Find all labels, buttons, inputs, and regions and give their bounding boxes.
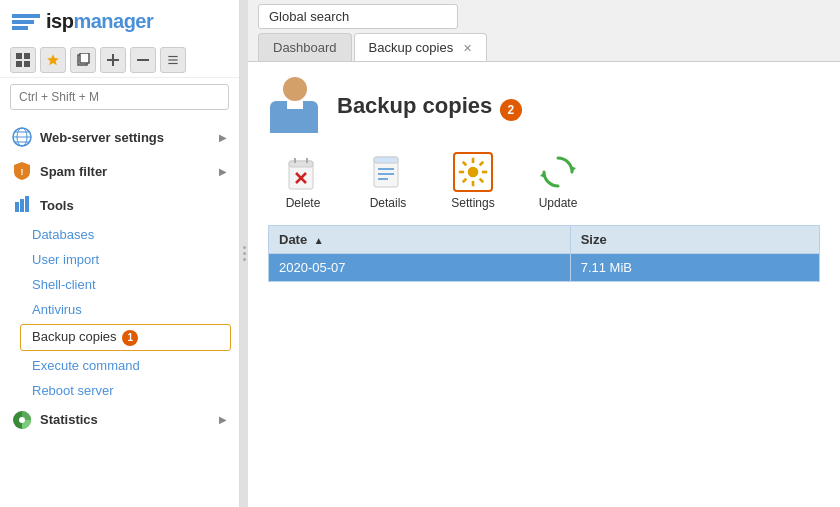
svg-point-35 (468, 167, 479, 178)
settings-button[interactable]: Settings (438, 152, 508, 210)
webserver-arrow: ▶ (219, 132, 227, 143)
svg-rect-31 (374, 157, 398, 163)
svg-rect-6 (80, 53, 89, 63)
svg-rect-21 (25, 196, 29, 212)
delete-button[interactable]: Delete (268, 152, 338, 210)
toolbar-grid-btn[interactable] (10, 47, 36, 73)
delete-label: Delete (286, 196, 321, 210)
svg-rect-25 (289, 161, 313, 167)
sidebar-search-box (10, 84, 229, 110)
tab-close-icon[interactable]: ✕ (463, 42, 472, 54)
update-icon (538, 152, 578, 192)
sidebar: ispmanager (0, 0, 240, 507)
sidebar-item-webserver[interactable]: Web-server settings ▶ (0, 120, 239, 154)
global-search-input[interactable] (258, 4, 458, 29)
page-title-wrapper: Backup copies 2 (337, 93, 522, 121)
svg-rect-3 (24, 61, 30, 67)
statistics-label: Statistics (40, 412, 98, 427)
sidebar-item-userimport[interactable]: User import (20, 247, 239, 272)
logo-text: ispmanager (46, 10, 153, 33)
logo: ispmanager (0, 0, 239, 43)
cell-size: 7.11 MiB (570, 254, 819, 282)
sidebar-divider[interactable] (240, 0, 248, 507)
tab-dashboard[interactable]: Dashboard (258, 33, 352, 61)
webserver-icon (12, 127, 32, 147)
settings-label: Settings (451, 196, 494, 210)
statistics-icon (12, 410, 32, 430)
svg-rect-8 (107, 59, 119, 61)
spamfilter-arrow: ▶ (219, 166, 227, 177)
sidebar-item-backupcopies[interactable]: Backup copies 1 (20, 324, 231, 351)
spamfilter-icon: ! (12, 161, 32, 181)
divider-dots (243, 246, 246, 261)
svg-line-41 (480, 179, 484, 183)
sidebar-item-rebootserver[interactable]: Reboot server (20, 378, 239, 403)
sidebar-item-shellclient[interactable]: Shell-client (20, 272, 239, 297)
webserver-label: Web-server settings (40, 130, 164, 145)
sidebar-item-antivirus[interactable]: Antivirus (20, 297, 239, 322)
toolbar-star-btn[interactable] (40, 47, 66, 73)
details-button[interactable]: Details (353, 152, 423, 210)
details-icon (368, 152, 408, 192)
statistics-arrow: ▶ (219, 414, 227, 425)
sidebar-item-tools[interactable]: Tools (0, 188, 239, 222)
settings-icon (453, 152, 493, 192)
svg-line-43 (463, 179, 467, 183)
toolbar-remove-btn[interactable] (130, 47, 156, 73)
svg-rect-2 (16, 61, 22, 67)
col-size-label: Size (581, 232, 607, 247)
details-label: Details (370, 196, 407, 210)
nav-section: Web-server settings ▶ ! Spam filter ▶ (0, 116, 239, 441)
page-title: Backup copies (337, 93, 492, 118)
backup-table: Date ▲ Size 2020-05-07 7.11 MiB (268, 225, 820, 282)
svg-rect-20 (20, 199, 24, 212)
table-row[interactable]: 2020-05-07 7.11 MiB (269, 254, 820, 282)
tools-label: Tools (40, 198, 74, 213)
content-area: Backup copies 2 Delete (248, 61, 840, 507)
sort-arrow-icon: ▲ (314, 235, 324, 246)
logo-isp: isp (46, 10, 73, 32)
svg-text:!: ! (21, 167, 24, 177)
page-header: Backup copies 2 (268, 77, 820, 137)
tools-subitems: Databases User import Shell-client Antiv… (0, 222, 239, 403)
sidebar-search-input[interactable] (10, 84, 229, 110)
divider-dot-1 (243, 246, 246, 249)
svg-rect-19 (15, 202, 19, 212)
delete-icon (283, 152, 323, 192)
divider-dot-3 (243, 258, 246, 261)
col-date-header[interactable]: Date ▲ (269, 226, 571, 254)
update-label: Update (539, 196, 578, 210)
action-bar: Delete Details (268, 152, 820, 210)
tab-backupcopies[interactable]: Backup copies ✕ (354, 33, 487, 61)
page-badge: 2 (500, 99, 522, 121)
update-button[interactable]: Update (523, 152, 593, 210)
sidebar-item-statistics[interactable]: Statistics ▶ (0, 403, 239, 437)
tools-icon (12, 195, 32, 215)
tabs-bar: Dashboard Backup copies ✕ (248, 33, 840, 61)
main-content: Dashboard Backup copies ✕ Backup copies … (248, 0, 840, 507)
col-date-label: Date (279, 232, 307, 247)
svg-line-40 (463, 162, 467, 166)
sidebar-toolbar (0, 43, 239, 78)
cell-date: 2020-05-07 (269, 254, 571, 282)
svg-rect-0 (16, 53, 22, 59)
logo-stripe-2 (12, 20, 34, 24)
avatar-collar (287, 101, 303, 109)
svg-rect-9 (137, 59, 149, 61)
toolbar-copy-btn[interactable] (70, 47, 96, 73)
tab-dashboard-label: Dashboard (273, 40, 337, 55)
col-size-header[interactable]: Size (570, 226, 819, 254)
svg-point-23 (19, 417, 25, 423)
page-avatar (268, 77, 323, 137)
logo-stripe-1 (12, 14, 40, 18)
spamfilter-label: Spam filter (40, 164, 107, 179)
svg-marker-4 (47, 54, 59, 65)
logo-stripes (12, 14, 40, 30)
sidebar-item-executecommand[interactable]: Execute command (20, 353, 239, 378)
sidebar-item-spamfilter[interactable]: ! Spam filter ▶ (0, 154, 239, 188)
toolbar-settings-btn[interactable] (160, 47, 186, 73)
toolbar-add-btn[interactable] (100, 47, 126, 73)
logo-manager: manager (73, 10, 153, 32)
top-bar (248, 0, 840, 33)
sidebar-item-databases[interactable]: Databases (20, 222, 239, 247)
